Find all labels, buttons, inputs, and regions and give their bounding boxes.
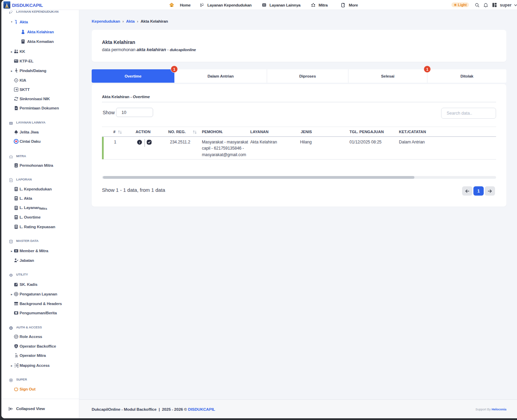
svg-text:ID: ID: [15, 250, 17, 252]
